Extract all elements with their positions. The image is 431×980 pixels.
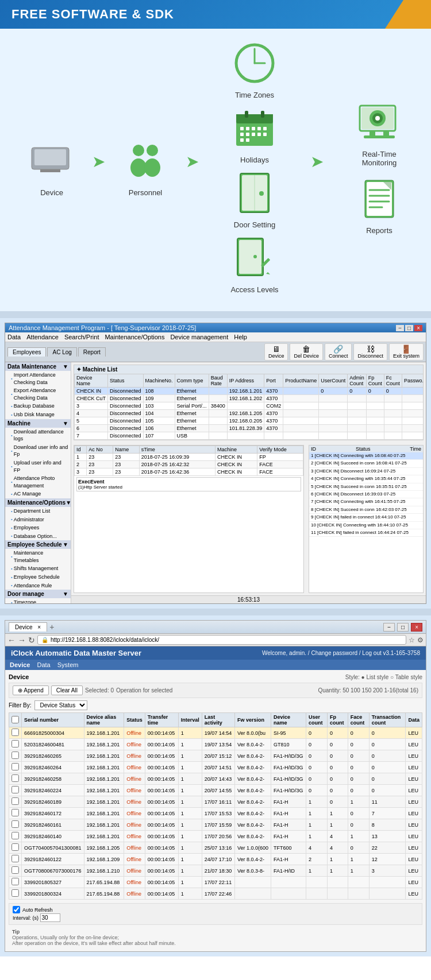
device-row[interactable]: 3929182460258 192.168.1.201 Offline 00:0…	[9, 773, 422, 785]
log-row[interactable]: 2 23 23 2018-07-25 16:42:32 CHECK IN FAC…	[75, 461, 303, 468]
menu-maintenance[interactable]: Maintenance/Options	[105, 334, 164, 340]
device-btn[interactable]: 🖥 Device	[264, 343, 288, 361]
nav-device[interactable]: Device	[10, 661, 30, 668]
browser-tab[interactable]: Device ×	[9, 622, 47, 632]
table-row[interactable]: 5 Disconnected 105 Ethernet 192.168.0.20…	[75, 417, 424, 425]
tab-close[interactable]: ×	[37, 624, 41, 630]
sidebar-item-upload-user[interactable]: Upload user info and FP	[5, 459, 71, 474]
table-row[interactable]: 3 Disconnected 103 Serial Port/... 38400…	[75, 402, 424, 410]
device-row[interactable]: 3399201800324 217.65.194.88 Offline 00:0…	[9, 888, 422, 900]
sidebar-item-timezone[interactable]: Timezone	[5, 598, 71, 603]
table-row[interactable]: CHECK CuT Disconnected 109 Ethernet 192.…	[75, 395, 424, 402]
browser-close[interactable]: ×	[411, 623, 422, 632]
sidebar-item-ac[interactable]: AC Manage	[5, 490, 71, 498]
sidebar-item-shifts[interactable]: Shifts Management	[5, 564, 71, 573]
address-bar[interactable]: 🔒 http://192.168.1.88:8082/iclock/data/i…	[37, 635, 406, 645]
settings-icon[interactable]: ⚙	[417, 636, 424, 644]
sidebar-header-schedule[interactable]: Employee Schedule ▼	[5, 540, 71, 549]
device-row[interactable]: 3929182460189 192.168.1.201 Offline 00:0…	[9, 796, 422, 808]
device-row[interactable]: 3929182460140 192.168.1.201 Offline 00:0…	[9, 831, 422, 842]
forward-btn[interactable]: →	[18, 636, 26, 645]
device-row[interactable]: 3399201805327 217.65.194.88 Offline 00:0…	[9, 877, 422, 888]
event-item[interactable]: 8 [CHECK IN] Succeed in conn 16:42:03 07…	[309, 506, 423, 514]
bookmark-icon[interactable]: ☆	[409, 636, 415, 644]
close-btn[interactable]: ×	[414, 325, 422, 331]
sidebar-item-dept[interactable]: Department List	[5, 507, 71, 516]
tab-report[interactable]: Report	[78, 347, 106, 357]
interval-input[interactable]	[40, 913, 60, 922]
sidebar-item-att-rule[interactable]: Attendance Rule	[5, 582, 71, 590]
del-device-btn[interactable]: 🗑 Del Device	[290, 343, 323, 361]
auto-refresh-label[interactable]: Auto Refresh	[13, 906, 418, 913]
sidebar-item-admin[interactable]: Administrator	[5, 516, 71, 524]
window-controls[interactable]: − □ ×	[396, 325, 422, 331]
tab-employees[interactable]: Employees	[7, 347, 46, 357]
clear-btn[interactable]: Clear All	[51, 685, 83, 695]
sidebar-header-door[interactable]: Door manage ▼	[5, 590, 71, 598]
back-btn[interactable]: ←	[7, 636, 16, 645]
table-row[interactable]: 7 Disconnected 107 USB	[75, 432, 424, 440]
menu-search[interactable]: Search/Print	[64, 334, 99, 340]
device-row[interactable]: 3929182460264 192.168.1.201 Offline 00:0…	[9, 762, 422, 773]
event-item[interactable]: 2 [CHECK IN] Succeed in conn 16:08:41 07…	[309, 460, 423, 467]
filter-select[interactable]: Device Status	[34, 700, 87, 710]
sidebar-item-emp-schedule[interactable]: Employee Schedule	[5, 573, 71, 582]
auto-refresh-checkbox[interactable]	[13, 906, 20, 913]
connect-btn[interactable]: 🔗 Connect	[325, 343, 352, 361]
device-row[interactable]: 3929182460161 192.168.1.201 Offline 00:0…	[9, 819, 422, 831]
browser-minimize[interactable]: −	[383, 623, 395, 632]
sidebar-item-export[interactable]: Export Attendance Checking Data	[5, 386, 71, 402]
log-row[interactable]: 1 23 23 2018-07-25 16:09:39 CHECK IN FP	[75, 454, 303, 461]
event-item[interactable]: 1 [CHECK IN] Connecting with 16:08:40 07…	[309, 452, 423, 460]
event-item[interactable]: 5 [CHECK IN] Succeed in conn 16:35:51 07…	[309, 483, 423, 491]
select-all-checkbox[interactable]	[11, 716, 19, 723]
menu-device-mgmt[interactable]: Device management	[170, 334, 228, 340]
device-row[interactable]: 66691825000304 192.168.1.201 Offline 00:…	[9, 727, 422, 739]
event-item[interactable]: 4 [CHECK IN] Connecting with 16:35:44 07…	[309, 475, 423, 483]
browser-maximize[interactable]: □	[397, 623, 409, 632]
device-row[interactable]: OGT7040057041300081 192.168.1.205 Offlin…	[9, 842, 422, 854]
event-item[interactable]: 11 [CHECK IN] failed in connect 16:44:24…	[309, 529, 423, 537]
menu-data[interactable]: Data	[7, 334, 21, 340]
tab-aclog[interactable]: AC Log	[47, 347, 76, 357]
event-item[interactable]: 9 [CHECK IN] failed in connect 16:44:10 …	[309, 514, 423, 521]
event-item[interactable]: 3 [CHECK IN] Disconnect 16:09:24 07-25	[309, 468, 423, 475]
table-row[interactable]: 6 Disconnected 106 Ethernet 101.81.228.3…	[75, 425, 424, 432]
device-row[interactable]: 3929182460172 192.168.1.201 Offline 00:0…	[9, 808, 422, 819]
event-item[interactable]: 7 [CHECK IN] Connecting with 16:41:55 07…	[309, 498, 423, 506]
sidebar-item-photo[interactable]: Attendance Photo Management	[5, 474, 71, 490]
sidebar-item-db[interactable]: Database Option...	[5, 532, 71, 541]
sidebar-header-machine[interactable]: Machine ▼	[5, 419, 71, 428]
menu-help[interactable]: Help	[234, 334, 247, 340]
log-row[interactable]: 3 23 23 2018-07-25 16:42:36 CHECK IN FAC…	[75, 468, 303, 476]
sidebar-item-download-logs[interactable]: Download attendance logs	[5, 428, 71, 443]
menu-attendance[interactable]: Attendance	[26, 334, 59, 340]
sidebar-item-usb[interactable]: Usb Disk Manage	[5, 410, 71, 419]
sidebar-item-timetable[interactable]: Maintenance Timetables	[5, 549, 71, 564]
style-toggle[interactable]: Style: ● List style ○ Table style	[345, 674, 422, 680]
new-tab-btn[interactable]: +	[49, 622, 54, 632]
sidebar-item-download-user[interactable]: Download user info and Fp	[5, 443, 71, 459]
disconnect-btn[interactable]: ⛓ Disconnect	[353, 343, 387, 361]
event-item[interactable]: 10 [CHECK IN] Connecting with 16:44:10 0…	[309, 522, 423, 529]
maximize-btn[interactable]: □	[405, 325, 413, 331]
nav-data[interactable]: Data	[37, 661, 50, 668]
device-row[interactable]: 3929182460224 192.168.1.201 Offline 00:0…	[9, 785, 422, 796]
sidebar-item-import[interactable]: Import Attendance Checking Data	[5, 371, 71, 386]
event-item[interactable]: 6 [CHECK IN] Disconnect 16:39:03 07-25	[309, 491, 423, 498]
table-row[interactable]: 4 Disconnected 104 Ethernet 192.168.1.20…	[75, 410, 424, 417]
device-row[interactable]: 3929182460122 192.168.1.209 Offline 00:0…	[9, 854, 422, 865]
refresh-btn[interactable]: ↻	[28, 636, 35, 645]
sidebar-item-backup[interactable]: Backup Database	[5, 402, 71, 410]
table-row[interactable]: CHECK IN Disconnected 108 Ethernet 192.1…	[75, 388, 424, 395]
sidebar-header-maintenance[interactable]: Maintenance/Options ▼	[5, 498, 71, 507]
device-row[interactable]: 3929182460265 192.168.1.201 Offline 00:0…	[9, 750, 422, 762]
device-row[interactable]: OGT7080067073000176 192.168.1.210 Offlin…	[9, 865, 422, 877]
sidebar-header-data[interactable]: Data Maintenance ▼	[5, 362, 71, 371]
minimize-btn[interactable]: −	[396, 325, 404, 331]
device-row[interactable]: 52031824600481 192.168.1.201 Offline 00:…	[9, 739, 422, 750]
nav-system[interactable]: System	[57, 661, 79, 668]
append-btn[interactable]: ⊕ Append	[13, 685, 49, 695]
sidebar-item-employees[interactable]: Employees	[5, 524, 71, 532]
exit-btn[interactable]: 🚪 Exit system	[389, 343, 424, 361]
